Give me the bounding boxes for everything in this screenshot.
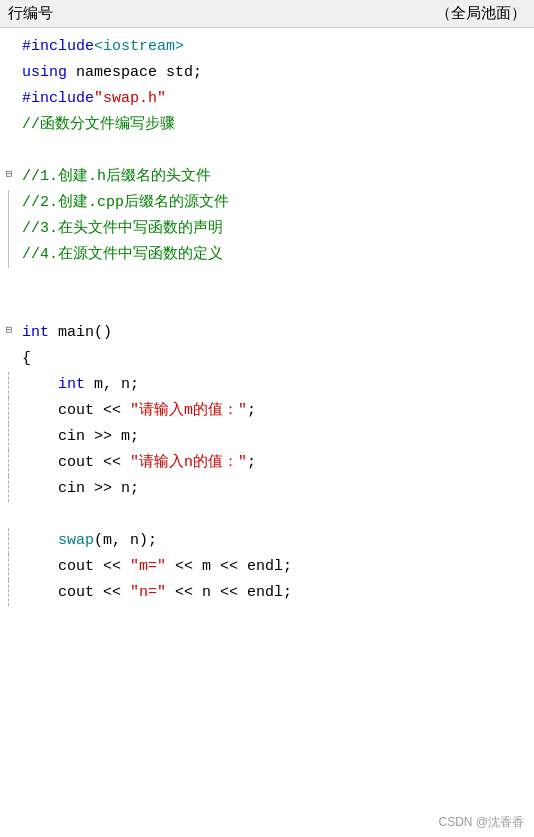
code-token: namespace std; [67, 64, 202, 81]
code-token: cout << [22, 558, 130, 575]
code-token: ″请输入m的值：″ [130, 402, 247, 419]
header-left: 行编号 [8, 4, 53, 23]
code-token: //函数分文件编写步骤 [22, 116, 175, 133]
code-line [0, 502, 534, 528]
line-content: //1.创建.h后缀名的头文件 [18, 165, 534, 189]
line-gutter [0, 295, 18, 297]
code-line: #include″swap.h″ [0, 86, 534, 112]
code-area: #include<iostream>using namespace std;#i… [0, 28, 534, 612]
code-line [0, 268, 534, 294]
code-line: { [0, 346, 534, 372]
code-token: cout << [22, 454, 130, 471]
code-token: ″swap.h″ [94, 90, 166, 107]
line-gutter [0, 269, 18, 271]
line-gutter [0, 87, 18, 89]
code-token: (m, n); [94, 532, 157, 549]
indent-guide [8, 242, 9, 268]
line-content: cout << ″m=″ << m << endl; [18, 555, 534, 579]
code-line: //函数分文件编写步骤 [0, 112, 534, 138]
code-token [22, 532, 58, 549]
code-token: { [22, 350, 31, 367]
line-content: int m, n; [18, 373, 534, 397]
code-line: swap(m, n); [0, 528, 534, 554]
code-token: cin >> m; [22, 428, 139, 445]
code-line [0, 138, 534, 164]
code-token: cout << [22, 402, 130, 419]
line-content: //3.在头文件中写函数的声明 [18, 217, 534, 241]
line-content: cout << ″请输入n的值：″; [18, 451, 534, 475]
code-token: //3.在头文件中写函数的声明 [22, 220, 223, 237]
code-token: swap [58, 532, 94, 549]
code-line: //4.在源文件中写函数的定义 [0, 242, 534, 268]
line-content: #include″swap.h″ [18, 87, 534, 111]
indent-guide [8, 190, 9, 216]
code-line: #include<iostream> [0, 34, 534, 60]
line-content: int main() [18, 321, 534, 345]
code-line: ⊟int main() [0, 320, 534, 346]
code-token: cin >> n; [22, 480, 139, 497]
line-gutter: ⊟ [0, 321, 18, 336]
code-line: //2.创建.cpp后缀名的源文件 [0, 190, 534, 216]
watermark: CSDN @沈香香 [438, 814, 524, 831]
indent-guide-main [8, 450, 9, 476]
code-token: #include [22, 90, 94, 107]
line-content: cin >> n; [18, 477, 534, 501]
line-gutter [0, 529, 18, 531]
line-gutter [0, 425, 18, 427]
line-gutter: ⊟ [0, 165, 18, 180]
indent-guide-main [8, 398, 9, 424]
code-token: using [22, 64, 67, 81]
line-content [18, 503, 534, 527]
indent-guide-main [8, 554, 9, 580]
line-content: //2.创建.cpp后缀名的源文件 [18, 191, 534, 215]
line-content [18, 139, 534, 163]
indent-guide-main [8, 476, 9, 502]
line-gutter [0, 581, 18, 583]
code-token: m, n; [85, 376, 139, 393]
code-token: cout << [22, 584, 130, 601]
code-token: int [58, 376, 85, 393]
line-gutter [0, 451, 18, 453]
line-content: using namespace std; [18, 61, 534, 85]
code-token: //4.在源文件中写函数的定义 [22, 246, 223, 263]
header-right: （全局池面） [436, 4, 526, 23]
line-gutter [0, 217, 18, 219]
line-gutter [0, 347, 18, 349]
code-token: ; [247, 454, 256, 471]
line-content: swap(m, n); [18, 529, 534, 553]
line-gutter [0, 243, 18, 245]
line-gutter [0, 503, 18, 505]
code-token: ; [247, 402, 256, 419]
code-line: cin >> m; [0, 424, 534, 450]
fold-icon[interactable]: ⊟ [6, 323, 13, 336]
line-content: //函数分文件编写步骤 [18, 113, 534, 137]
line-gutter [0, 555, 18, 557]
indent-guide-main [8, 424, 9, 450]
fold-icon[interactable]: ⊟ [6, 167, 13, 180]
indent-guide-main [8, 372, 9, 398]
line-content: //4.在源文件中写函数的定义 [18, 243, 534, 267]
code-line: cout << ″n=″ << n << endl; [0, 580, 534, 606]
indent-guide-main [8, 528, 9, 554]
header-bar: 行编号 （全局池面） [0, 0, 534, 28]
code-token [22, 376, 58, 393]
line-content: cout << ″请输入m的值：″; [18, 399, 534, 423]
indent-guide-main [8, 580, 9, 606]
line-content: cin >> m; [18, 425, 534, 449]
code-line: cin >> n; [0, 476, 534, 502]
code-line: cout << ″请输入n的值：″; [0, 450, 534, 476]
code-line: ⊟//1.创建.h后缀名的头文件 [0, 164, 534, 190]
code-line: using namespace std; [0, 60, 534, 86]
code-token: ″n=″ [130, 584, 166, 601]
line-gutter [0, 477, 18, 479]
code-line: cout << ″请输入m的值：″; [0, 398, 534, 424]
code-token: #include [22, 38, 94, 55]
code-token: int [22, 324, 49, 341]
code-token: ″m=″ [130, 558, 166, 575]
code-line: //3.在头文件中写函数的声明 [0, 216, 534, 242]
line-gutter [0, 113, 18, 115]
code-token: main() [49, 324, 112, 341]
line-gutter [0, 399, 18, 401]
code-token: << n << endl; [166, 584, 292, 601]
code-token: //2.创建.cpp后缀名的源文件 [22, 194, 229, 211]
